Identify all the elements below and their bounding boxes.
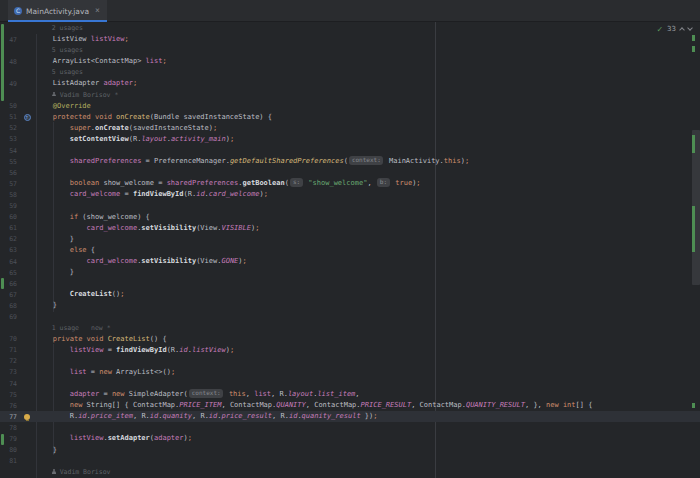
code-line[interactable]: 62} bbox=[0, 234, 700, 245]
token: layout bbox=[288, 390, 313, 398]
line-number[interactable]: 69 bbox=[0, 313, 17, 321]
line-number[interactable]: 71 bbox=[0, 346, 17, 354]
annotation-line: 5 usages bbox=[0, 67, 700, 78]
code-line[interactable]: 70private void CreateList() { bbox=[0, 334, 700, 345]
token: () { bbox=[150, 335, 167, 343]
code-text: @Override bbox=[36, 101, 91, 112]
code-line[interactable]: 73list = new ArrayList<>(); bbox=[0, 367, 700, 378]
token: setContentView bbox=[70, 135, 129, 143]
line-number[interactable]: 56 bbox=[0, 169, 17, 177]
code-line[interactable]: 58card_welcome = findViewById(R.id.card_… bbox=[0, 189, 700, 200]
line-number[interactable]: 74 bbox=[0, 380, 17, 388]
code-line[interactable]: 69 bbox=[0, 311, 700, 322]
line-number[interactable]: 72 bbox=[0, 357, 17, 365]
stripe-change-mark[interactable] bbox=[692, 35, 695, 41]
code-editor[interactable]: 2 usages47ListView listView;5 usages48Ar… bbox=[0, 22, 700, 478]
token: true bbox=[395, 179, 412, 187]
line-number[interactable]: 78 bbox=[0, 424, 17, 432]
token: adapter bbox=[70, 390, 100, 398]
inspections-widget[interactable]: ✓ 33 bbox=[656, 24, 692, 34]
code-line[interactable]: 57boolean show_welcome = sharedPreferenc… bbox=[0, 178, 700, 189]
code-line[interactable]: 81 bbox=[0, 456, 700, 467]
change-marker bbox=[1, 434, 4, 445]
code-line[interactable]: 61card_welcome.setVisibility(View.VISIBL… bbox=[0, 223, 700, 234]
code-line[interactable]: 75adapter = new SimpleAdapter(context: t… bbox=[0, 389, 700, 400]
line-number[interactable]: 55 bbox=[0, 158, 17, 166]
code-line[interactable]: 66 bbox=[0, 278, 700, 289]
code-line[interactable]: 80} bbox=[0, 445, 700, 456]
code-line[interactable]: 54 bbox=[0, 145, 700, 156]
code-line[interactable]: 72 bbox=[0, 356, 700, 367]
code-line[interactable]: 76new String[] { ContactMap.PRICE_ITEM, … bbox=[0, 400, 700, 411]
line-number[interactable]: 50 bbox=[0, 102, 17, 110]
line-number[interactable]: 80 bbox=[0, 446, 17, 454]
line-number[interactable]: 64 bbox=[0, 258, 17, 266]
line-number[interactable]: 53 bbox=[0, 135, 17, 143]
code-line[interactable]: 71listView = findViewById(R.id.listView)… bbox=[0, 345, 700, 356]
line-number[interactable]: 52 bbox=[0, 124, 17, 132]
stripe-change-mark[interactable] bbox=[692, 403, 695, 408]
code-line[interactable]: 52super.onCreate(savedInstanceState); bbox=[0, 123, 700, 134]
intention-bulb-icon[interactable] bbox=[24, 414, 30, 420]
stripe-change-mark[interactable] bbox=[692, 135, 695, 153]
hint-text: 2 usages bbox=[36, 23, 83, 34]
stripe-change-mark[interactable] bbox=[692, 46, 695, 52]
token: id bbox=[179, 346, 187, 354]
code-line[interactable]: 78 bbox=[0, 422, 700, 433]
line-number[interactable]: 68 bbox=[0, 302, 17, 310]
code-line[interactable]: 67CreateList(); bbox=[0, 289, 700, 300]
code-line[interactable]: 74 bbox=[0, 378, 700, 389]
code-line[interactable]: 63else { bbox=[0, 245, 700, 256]
token: void bbox=[95, 113, 116, 121]
code-line[interactable]: 50@Override bbox=[0, 101, 700, 112]
line-number[interactable]: 73 bbox=[0, 368, 17, 376]
code-text: card_welcome.setVisibility(View.GONE); bbox=[36, 256, 247, 267]
line-number[interactable]: 60 bbox=[0, 213, 17, 221]
token: = bbox=[103, 346, 116, 354]
token: ; bbox=[213, 124, 217, 132]
line-number[interactable]: 57 bbox=[0, 180, 17, 188]
line-number[interactable]: 76 bbox=[0, 402, 17, 410]
line-number[interactable]: 51 bbox=[0, 113, 17, 121]
tab-title: MainActivity.java bbox=[26, 7, 89, 16]
next-issue-chevron-icon[interactable] bbox=[687, 25, 693, 31]
token: @Override bbox=[53, 102, 91, 110]
code-line[interactable]: 79listView.setAdapter(adapter); bbox=[0, 433, 700, 444]
overriding-method-icon[interactable]: ↑ bbox=[24, 114, 31, 121]
code-line[interactable]: 77R.id.price_item, R.id.quanity, R.id.pr… bbox=[0, 411, 700, 422]
token: getBoolean bbox=[243, 179, 285, 187]
tab-mainactivity[interactable]: C MainActivity.java × bbox=[8, 0, 107, 22]
token: ( bbox=[344, 157, 348, 165]
line-number[interactable]: 62 bbox=[0, 235, 17, 243]
line-number[interactable]: 70 bbox=[0, 335, 17, 343]
token: , bbox=[246, 390, 254, 398]
code-line[interactable]: 59 bbox=[0, 201, 700, 212]
stripe-change-mark[interactable] bbox=[692, 206, 695, 252]
line-number[interactable]: 65 bbox=[0, 269, 17, 277]
code-line[interactable]: 49ListAdapter adapter; bbox=[0, 78, 700, 89]
previous-issue-chevron-icon[interactable] bbox=[679, 27, 685, 33]
code-line[interactable]: 55sharedPreferences = PreferenceManager.… bbox=[0, 156, 700, 167]
line-number[interactable]: 67 bbox=[0, 291, 17, 299]
line-number[interactable]: 59 bbox=[0, 202, 17, 210]
code-line[interactable]: 60if (show_welcome) { bbox=[0, 212, 700, 223]
token: new bbox=[112, 390, 125, 398]
token: VISIBLE bbox=[221, 224, 251, 232]
code-line[interactable]: 68} bbox=[0, 300, 700, 311]
line-number[interactable]: 81 bbox=[0, 457, 17, 465]
line-number[interactable]: 63 bbox=[0, 246, 17, 254]
tab-close-icon[interactable]: × bbox=[95, 7, 100, 15]
token: , R. bbox=[192, 412, 209, 420]
code-line[interactable]: 56 bbox=[0, 167, 700, 178]
line-number[interactable]: 61 bbox=[0, 224, 17, 232]
code-line[interactable]: 53setContentView(R.layout.activity_main)… bbox=[0, 134, 700, 145]
code-line[interactable]: 47ListView listView; bbox=[0, 34, 700, 45]
line-number[interactable]: 58 bbox=[0, 191, 17, 199]
code-line[interactable]: 64card_welcome.setVisibility(View.GONE); bbox=[0, 256, 700, 267]
code-line[interactable]: 51↑protected void onCreate(Bundle savedI… bbox=[0, 112, 700, 123]
line-number[interactable]: 54 bbox=[0, 147, 17, 155]
line-number[interactable]: 75 bbox=[0, 391, 17, 399]
line-number[interactable]: 77 bbox=[0, 413, 17, 421]
code-line[interactable]: 48ArrayList<ContactMap> list; bbox=[0, 56, 700, 67]
code-line[interactable]: 65} bbox=[0, 267, 700, 278]
